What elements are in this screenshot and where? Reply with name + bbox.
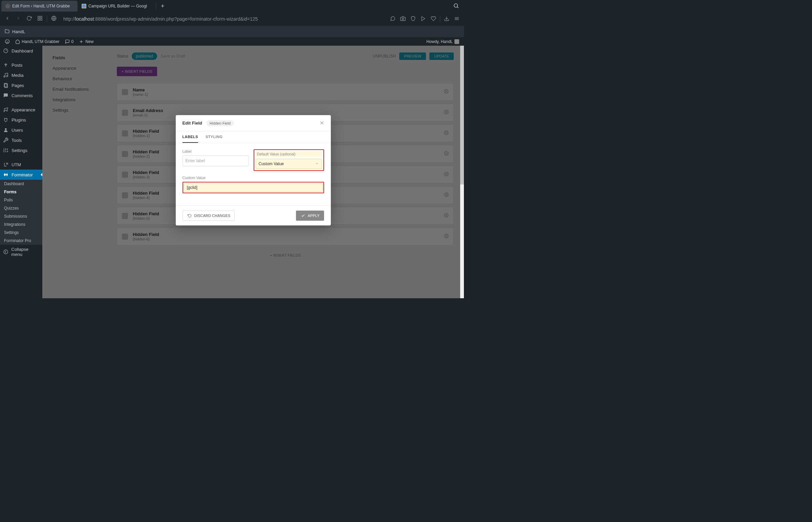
chevron-down-icon [315, 161, 319, 166]
modal-header: Edit Field Hidden Field ✕ [176, 115, 331, 131]
settings-icon [3, 147, 9, 153]
forward-button[interactable] [14, 16, 22, 22]
media-icon [3, 72, 9, 78]
heart-icon[interactable] [430, 16, 437, 22]
sidebar-item-posts[interactable]: Posts [0, 60, 42, 70]
forminator-icon [3, 172, 9, 178]
svg-point-18 [4, 76, 5, 77]
wp-body: Fields Appearance Behaviour Email Notifi… [42, 46, 464, 298]
forminator-submenu: Dashboard Forms Polls Quizzes Submission… [0, 180, 42, 245]
edit-field-modal: Edit Field Hidden Field ✕ LABELS STYLING… [176, 115, 331, 225]
svg-rect-2 [38, 16, 40, 18]
wp-logo[interactable] [2, 39, 13, 44]
sidebar-item-plugins[interactable]: Plugins [0, 115, 42, 125]
modal-footer: DISCARD CHANGES APPLY [176, 205, 331, 225]
submenu-pro[interactable]: Forminator Pro [0, 237, 42, 245]
submenu-quizzes[interactable]: Quizzes [0, 204, 42, 212]
submenu-dashboard[interactable]: Dashboard [0, 180, 42, 188]
default-value-group: Default Value (optional) Custom Value [254, 149, 324, 171]
label-field-group: Label [182, 149, 249, 171]
svg-point-22 [5, 128, 6, 130]
bookmark-folder[interactable]: HandL [12, 29, 25, 34]
sidebar-item-tools[interactable]: Tools [0, 135, 42, 145]
pin-icon [3, 62, 9, 68]
favicon-icon [82, 4, 86, 8]
sidebar-item-appearance[interactable]: Appearance [0, 105, 42, 115]
collapse-menu[interactable]: Collapse menu [0, 245, 42, 259]
dashboard-icon [3, 48, 9, 54]
svg-point-32 [4, 250, 8, 254]
sidebar-item-media[interactable]: Media [0, 70, 42, 80]
submenu-settings[interactable]: Settings [0, 228, 42, 237]
svg-rect-3 [40, 16, 42, 18]
custom-value-label: Custom Value [182, 176, 324, 180]
appearance-icon [3, 107, 9, 113]
browser-tab[interactable]: Campaign URL Builder — Googl [78, 1, 154, 12]
send-icon[interactable] [419, 16, 427, 22]
sidebar-item-users[interactable]: Users [0, 125, 42, 135]
new-tab-button[interactable]: + [158, 3, 167, 10]
apply-button[interactable]: APPLY [296, 210, 324, 221]
custom-value-input[interactable] [184, 183, 323, 192]
new-link[interactable]: New [76, 39, 96, 44]
screenshot-icon[interactable] [399, 16, 407, 22]
scrollbar[interactable] [460, 46, 464, 298]
svg-line-1 [457, 7, 458, 8]
sidebar-item-dashboard[interactable]: Dashboard [0, 46, 42, 56]
site-info-button[interactable] [50, 16, 58, 22]
label-input[interactable] [182, 155, 249, 166]
comments-icon [3, 93, 9, 99]
tab-search-button[interactable] [450, 3, 462, 10]
default-value-label: Default Value (optional) [256, 151, 322, 157]
favicon-icon [5, 4, 10, 8]
submenu-forms[interactable]: Forms [0, 188, 42, 196]
wp-adminbar: HandL UTM Grabber 0 New Howdy, HandL [0, 37, 464, 46]
submenu-integrations[interactable]: Integrations [0, 220, 42, 228]
modal-badge: Hidden Field [206, 120, 234, 126]
svg-point-8 [402, 18, 404, 20]
select-value: Custom Value [259, 161, 284, 166]
tab-styling[interactable]: STYLING [205, 131, 222, 143]
check-icon [300, 213, 306, 218]
browser-tab-active[interactable]: Edit Form ‹ HandL UTM Grabbe [1, 1, 78, 12]
submenu-polls[interactable]: Polls [0, 196, 42, 204]
tab-labels[interactable]: LABELS [182, 131, 198, 143]
utm-icon [3, 161, 9, 167]
default-value-select[interactable]: Custom Value [256, 159, 322, 169]
sidebar-item-pages[interactable]: Pages [0, 80, 42, 91]
speed-dial-button[interactable] [36, 16, 44, 22]
tab-strip: Edit Form ‹ HandL UTM Grabbe Campaign UR… [0, 0, 464, 12]
avatar [454, 39, 459, 44]
back-button[interactable] [3, 16, 12, 22]
pages-icon [3, 82, 9, 88]
comments-link[interactable]: 0 [62, 39, 77, 44]
discard-button[interactable]: DISCARD CHANGES [182, 210, 235, 221]
submenu-submissions[interactable]: Submissions [0, 212, 42, 220]
label-field-label: Label [182, 149, 249, 153]
sidebar-item-forminator[interactable]: Forminator [0, 169, 42, 180]
folder-icon [5, 29, 9, 35]
close-icon[interactable]: ✕ [320, 120, 324, 126]
collapse-icon [3, 249, 8, 255]
tools-icon [3, 137, 9, 143]
url-display[interactable]: http://localhost:8888/wordpress/wp-admin… [61, 16, 387, 22]
sidebar-item-comments[interactable]: Comments [0, 91, 42, 101]
url-bar: http://localhost:8888/wordpress/wp-admin… [0, 12, 464, 26]
svg-rect-5 [40, 19, 42, 20]
adblock-icon[interactable] [409, 16, 417, 22]
plugins-icon [3, 117, 9, 123]
messages-icon[interactable] [389, 16, 397, 22]
reload-button[interactable] [25, 16, 33, 22]
tab-title: Edit Form ‹ HandL UTM Grabbe [12, 4, 74, 8]
site-link[interactable]: HandL UTM Grabber [13, 39, 62, 44]
svg-rect-4 [38, 19, 40, 20]
modal-tabs: LABELS STYLING [176, 131, 331, 143]
howdy-link[interactable]: Howdy, HandL [423, 39, 462, 44]
bookmark-bar: HandL [0, 26, 464, 37]
modal-title: Edit Field [182, 121, 202, 126]
download-icon[interactable] [443, 16, 450, 22]
menu-button[interactable] [453, 16, 460, 22]
wp-sidebar: Dashboard Posts Media Pages Comments App… [0, 46, 42, 298]
sidebar-item-settings[interactable]: Settings [0, 145, 42, 155]
sidebar-item-utm[interactable]: UTM [0, 159, 42, 169]
